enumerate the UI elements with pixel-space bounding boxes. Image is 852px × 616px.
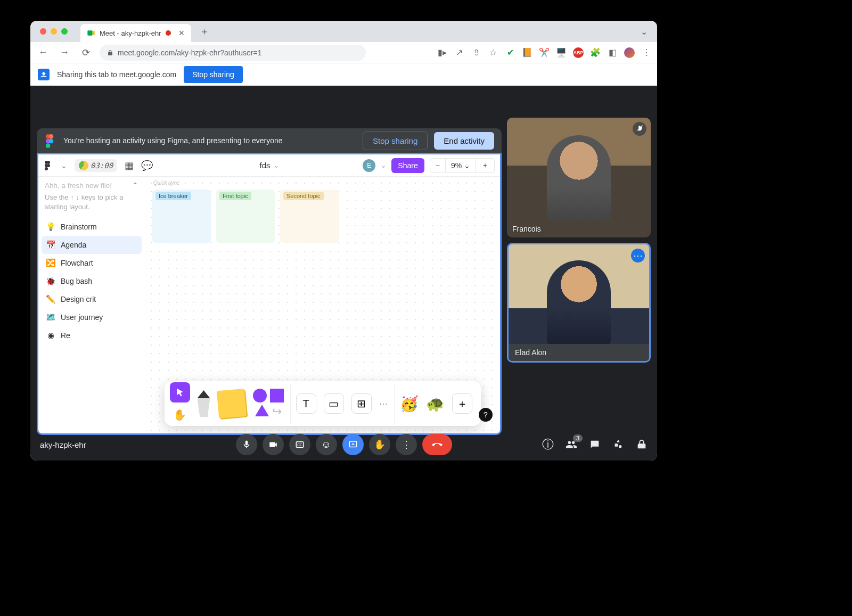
camera-button[interactable] [263,434,284,455]
zoom-value[interactable]: 9% ⌄ [445,159,476,172]
captions-button[interactable]: CC [289,434,310,455]
participant-name: Elad Alon [515,348,546,357]
stamp-tool-2[interactable]: 🐢 [426,395,445,413]
template-item-user-journey[interactable]: 🗺️User journey [42,308,142,326]
close-tab-icon[interactable]: ✕ [178,29,185,37]
close-window-icon[interactable] [40,28,46,35]
open-external-icon[interactable]: ↗ [454,47,464,58]
new-tab-button[interactable]: ＋ [196,25,212,38]
participant-tile-francois[interactable]: Francois [507,118,651,237]
help-button[interactable]: ? [479,408,493,422]
figjam-logo-icon[interactable] [44,161,53,170]
more-options-button[interactable]: ⋮ [396,434,417,455]
stop-sharing-button[interactable]: Stop sharing [184,66,243,83]
figjam-canvas[interactable]: Quick sync Ice breaker First topic Secon… [145,177,500,433]
zoom-controls: − 9% ⌄ ＋ [430,158,495,173]
leave-call-button[interactable] [422,434,452,455]
reload-button[interactable]: ⟳ [78,45,93,60]
card-second-topic[interactable]: Second topic [280,190,339,243]
zoom-out-button[interactable]: − [430,159,445,172]
bookmark-star-icon[interactable]: ☆ [488,47,498,58]
table-tool[interactable]: ⊞ [351,393,372,414]
hand-tool[interactable]: ✋ [170,405,190,425]
share-icon[interactable]: ⇪ [471,47,481,58]
timer-chip[interactable]: 03:00 [75,159,117,172]
activity-banner: You're hosting an activity using Figma, … [37,128,502,153]
template-item-agenda[interactable]: 📅Agenda [42,236,142,254]
chevron-down-icon[interactable]: ⌄ [381,162,386,169]
present-button[interactable] [342,434,364,455]
extensions-puzzle-icon[interactable]: 🧩 [590,47,601,58]
doc-name-text: fds [259,161,270,170]
share-button[interactable]: Share [391,158,424,173]
tab-strip: Meet - aky-hzpk-ehr ✕ ＋ ⌄ [30,21,657,42]
minimize-window-icon[interactable] [51,28,57,35]
meeting-details-button[interactable]: ⓘ [542,437,554,453]
layout-icon[interactable]: ▦ [125,160,134,171]
text-tool[interactable]: T [296,393,316,414]
mic-button[interactable] [236,434,257,455]
url-field[interactable]: meet.google.com/aky-hzpk-ehr?authuser=1 [100,45,366,61]
reactions-button[interactable]: ☺ [316,434,337,455]
ext-green-icon[interactable]: ✔ [505,47,515,58]
chat-button[interactable] [589,439,601,450]
add-widget-button[interactable]: ＋ [452,393,472,414]
ext-scissors-icon[interactable]: ✂️ [539,47,550,58]
tile-more-icon[interactable]: ⋯ [631,249,645,262]
template-item-brainstorm[interactable]: 💡Brainstorm [42,218,142,236]
comment-icon[interactable]: 💬 [141,160,153,171]
address-bar: ← → ⟳ meet.google.com/aky-hzpk-ehr?authu… [30,42,657,63]
shape-tool[interactable]: ↪ [253,389,284,418]
video-placeholder-icon [547,260,611,346]
url-text: meet.google.com/aky-hzpk-ehr?authuser=1 [118,48,261,57]
tabs-menu-icon[interactable]: ⌄ [641,27,653,37]
template-icon: ✏️ [46,294,55,304]
end-activity-button[interactable]: End activity [434,132,494,150]
host-controls-button[interactable] [636,439,648,450]
raise-hand-button[interactable]: ✋ [369,434,390,455]
template-item-design-crit[interactable]: ✏️Design crit [42,290,142,308]
camera-icon[interactable]: ▮▸ [437,47,447,58]
zoom-in-button[interactable]: ＋ [476,159,494,173]
stamp-tool-1[interactable]: 🥳 [400,395,419,413]
back-button[interactable]: ← [36,45,51,60]
select-tool[interactable] [170,382,190,403]
chevron-down-icon[interactable]: ⌄ [61,161,67,170]
card-first-topic[interactable]: First topic [216,190,275,243]
participant-count-badge: 3 [573,434,583,442]
kebab-menu-icon[interactable]: ⋮ [641,47,652,58]
activities-button[interactable] [612,439,624,450]
ext-books-icon[interactable]: 📙 [522,47,532,58]
figma-presentation: ⌄ 03:00 ▦ 💬 fds ⌄ E ⌄ Share − 9% ⌄ ＋ [37,153,502,435]
template-label: User journey [61,313,103,322]
browser-tab[interactable]: Meet - aky-hzpk-ehr ✕ [80,24,191,42]
more-tools-icon[interactable]: ⋯ [379,399,388,409]
maximize-window-icon[interactable] [61,28,68,35]
participant-tile-self[interactable]: ⋯ Elad Alon [507,243,651,363]
template-item-re[interactable]: ◉Re [42,326,142,344]
video-placeholder-icon [547,135,611,220]
adblock-icon[interactable]: ABP [573,47,584,58]
section-tool[interactable]: ▭ [324,393,344,414]
timer-value: 03:00 [91,161,113,170]
activity-stop-sharing-button[interactable]: Stop sharing [363,132,428,150]
recording-indicator-icon [166,30,171,36]
card-ice-breaker[interactable]: Ice breaker [152,190,211,243]
template-label: Bug bash [61,277,92,285]
svg-point-10 [45,167,48,170]
collapse-icon[interactable]: ⌃ [132,181,138,190]
people-button[interactable]: 3 [566,439,577,450]
sidepanel-icon[interactable]: ◧ [607,47,618,58]
activity-text: You're hosting an activity using Figma, … [63,136,283,145]
template-label: Design crit [61,295,96,303]
profile-avatar-icon[interactable] [624,47,635,58]
template-sidebar: Ahh, a fresh new file! ⌃ Use the ↑ ↓ key… [38,177,145,433]
sticky-note-tool[interactable] [216,389,246,418]
template-item-bug-bash[interactable]: 🐞Bug bash [42,272,142,290]
ext-screen-icon[interactable]: 🖥️ [556,47,567,58]
marker-tool[interactable] [198,390,210,417]
doc-title[interactable]: fds ⌄ [259,161,278,170]
forward-button[interactable]: → [57,45,72,60]
user-avatar[interactable]: E [363,159,375,172]
template-item-flowchart[interactable]: 🔀Flowchart [42,254,142,272]
